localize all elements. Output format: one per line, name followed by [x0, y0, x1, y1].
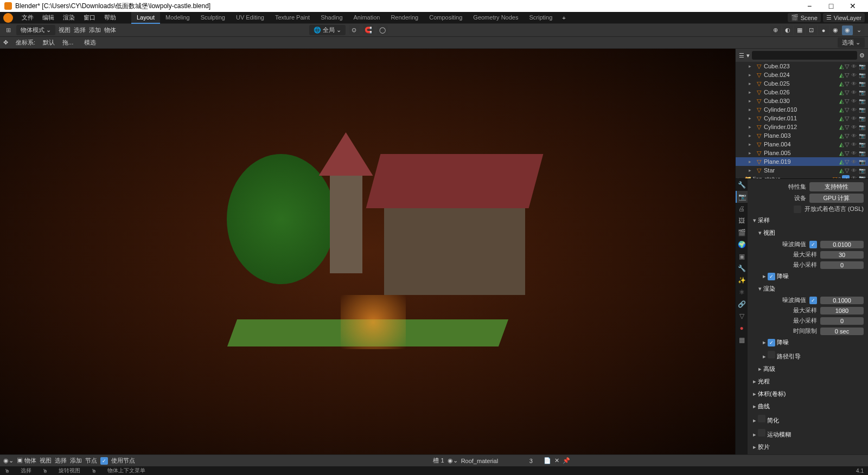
mode-select-label[interactable]: 模选 — [81, 38, 99, 47]
shading-options-icon[interactable]: ⌄ — [854, 25, 865, 35]
noise-checkbox-2[interactable]: ✓ — [809, 297, 817, 304]
noise-value-2[interactable]: 0.1000 — [820, 297, 864, 304]
outliner-filter-icon[interactable]: ⚙ — [859, 52, 865, 59]
expand-icon[interactable]: ▸ — [749, 142, 754, 147]
section-denoise-1[interactable]: ✓ 降噪 — [750, 270, 866, 283]
section-motion-blur[interactable]: 运动模糊 — [750, 427, 866, 441]
render-icon[interactable]: 📷 — [858, 98, 866, 104]
expand-icon[interactable]: ▸ — [749, 115, 754, 121]
overlay-icon[interactable]: ◐ — [782, 25, 793, 35]
header-select[interactable]: 选择 — [74, 26, 86, 34]
shading-matprev-icon[interactable]: ◉ — [830, 25, 841, 35]
workspace-tab-shading[interactable]: Shading — [315, 12, 348, 24]
node-node[interactable]: 节点 — [85, 457, 97, 465]
outliner-row[interactable]: ▸ ▽ Plane.019 ◭ ▽ 👁 📷 — [736, 157, 868, 166]
outliner-row[interactable]: ▸ ▽ Cylinder.012 ◭ ▽ 👁 📷 — [736, 123, 868, 131]
expand-icon[interactable]: ▸ — [749, 168, 754, 173]
material-users[interactable]: 3 — [529, 458, 540, 464]
render-icon[interactable]: 📷 — [858, 142, 866, 147]
section-advanced[interactable]: 高级 — [750, 363, 866, 375]
visibility-icon[interactable]: 👁 — [850, 142, 858, 147]
noise-value-1[interactable]: 0.0100 — [820, 241, 864, 248]
menu-window[interactable]: 窗口 — [79, 14, 100, 22]
render-icon[interactable]: 📷 — [858, 133, 866, 139]
expand-icon[interactable]: ▸ — [749, 150, 754, 156]
viewlayer-selector[interactable]: ☰ ViewLayer — [823, 13, 865, 22]
options-button[interactable]: 选项 ⌄ — [838, 37, 865, 48]
xray-icon[interactable]: ▦ — [794, 25, 805, 35]
render-icon[interactable]: 📷 — [858, 63, 866, 69]
shading-wireframe-icon[interactable]: ⊡ — [806, 25, 817, 35]
node-view[interactable]: 视图 — [40, 457, 52, 465]
device-value[interactable]: GPU 计算 — [809, 194, 864, 203]
workspace-add[interactable]: + — [558, 15, 570, 21]
outliner-row[interactable]: ▸ ▽ Star ◭ ▽ 👁 📷 — [736, 166, 868, 175]
coord-dropdown[interactable]: 默认 — [43, 38, 55, 47]
workspace-tab-texture-paint[interactable]: Texture Paint — [270, 12, 315, 24]
workspace-tab-animation[interactable]: Animation — [348, 12, 386, 24]
visibility-icon[interactable]: 👁 — [850, 124, 858, 130]
section-light-paths[interactable]: 光程 — [750, 375, 866, 388]
viewport-3d[interactable] — [0, 49, 735, 454]
visibility-icon[interactable]: 👁 — [850, 107, 858, 113]
workspace-tab-sculpting[interactable]: Sculpting — [195, 12, 231, 24]
editor-type-icon[interactable]: ◉⌄ — [3, 457, 14, 464]
minimize-button[interactable]: − — [799, 2, 820, 10]
workspace-tab-geometry-nodes[interactable]: Geometry Nodes — [468, 12, 524, 24]
max-samples-value-1[interactable]: 30 — [820, 251, 864, 259]
outliner-row[interactable]: ▸ ▽ Cylinder.011 ◭ ▽ 👁 📷 — [736, 114, 868, 123]
material-new-icon[interactable]: 📄 — [544, 457, 551, 464]
shading-rendered-icon[interactable]: ◉ — [842, 25, 853, 35]
max-samples-value-2[interactable]: 1080 — [820, 307, 864, 314]
props-tab-world[interactable]: 🌍 — [736, 239, 748, 251]
props-tab-physics[interactable]: ⚛ — [736, 286, 748, 298]
section-volumes[interactable]: 体积(卷标) — [750, 388, 866, 400]
header-view[interactable]: 视图 — [59, 26, 71, 34]
drag-label[interactable]: 拖... — [59, 38, 76, 47]
expand-icon[interactable]: ▸ — [749, 133, 754, 138]
scene-selector[interactable]: 🎬 Scene — [788, 13, 821, 22]
proportional-icon[interactable]: ◯ — [377, 25, 388, 35]
workspace-tab-uv-editing[interactable]: UV Editing — [231, 12, 270, 24]
render-icon[interactable]: 📷 — [858, 159, 866, 165]
render-icon[interactable]: 📷 — [858, 107, 866, 113]
mode-dropdown[interactable]: 物体模式 ⌄ — [16, 25, 55, 35]
props-tab-data[interactable]: ▽ — [736, 310, 748, 322]
visibility-icon[interactable]: 👁 — [850, 115, 858, 121]
outliner-display-icon[interactable]: ▾ — [746, 52, 750, 59]
maximize-button[interactable]: □ — [820, 2, 842, 10]
material-name[interactable]: Roof_material — [461, 458, 526, 464]
menu-file[interactable]: 文件 — [17, 14, 38, 22]
section-simplify[interactable]: 简化 — [750, 413, 866, 427]
outliner-row[interactable]: ▸ ▽ Cylinder.010 ◭ ▽ 👁 📷 — [736, 105, 868, 114]
section-path-guiding[interactable]: 路径引导 — [750, 349, 866, 363]
visibility-icon[interactable]: 👁 — [850, 63, 858, 69]
props-tab-render[interactable]: 📷 — [736, 191, 748, 203]
visibility-icon[interactable]: 👁 — [850, 81, 858, 87]
visibility-icon[interactable]: 👁 — [850, 175, 858, 179]
slot-dropdown[interactable]: 槽 1 — [433, 457, 444, 465]
render-icon[interactable]: 📷 — [858, 72, 866, 78]
props-tab-material[interactable]: ● — [736, 322, 748, 334]
outliner-search[interactable] — [752, 51, 857, 60]
node-add[interactable]: 添加 — [70, 457, 82, 465]
visibility-icon[interactable]: 👁 — [850, 150, 858, 156]
workspace-tab-scripting[interactable]: Scripting — [524, 12, 558, 24]
node-object-dropdown[interactable]: ▣ 物体 — [17, 457, 36, 465]
outliner-row[interactable]: ▸ ▽ Cube.023 ◭ ▽ 👁 📷 — [736, 62, 868, 70]
visibility-icon[interactable]: 👁 — [850, 159, 858, 165]
orientation-dropdown[interactable]: 🌐 全局 ⌄ — [309, 25, 346, 35]
visibility-icon[interactable]: 👁 — [850, 72, 858, 78]
section-sampling[interactable]: 采样 — [750, 214, 866, 227]
section-render[interactable]: 渲染 — [750, 283, 866, 295]
close-button[interactable]: ✕ — [842, 2, 864, 10]
pivot-icon[interactable]: ⊙ — [349, 25, 360, 35]
outliner-type-icon[interactable]: ☰ — [739, 52, 744, 59]
min-samples-value-1[interactable]: 0 — [820, 261, 864, 269]
visibility-icon[interactable]: 👁 — [850, 133, 858, 139]
render-icon[interactable]: 📷 — [858, 175, 866, 179]
props-tab-tool[interactable]: 🔧 — [736, 179, 748, 191]
visibility-icon[interactable]: 👁 — [850, 98, 858, 104]
feature-set-value[interactable]: 支持特性 — [809, 182, 864, 191]
render-icon[interactable]: 📷 — [858, 150, 866, 156]
